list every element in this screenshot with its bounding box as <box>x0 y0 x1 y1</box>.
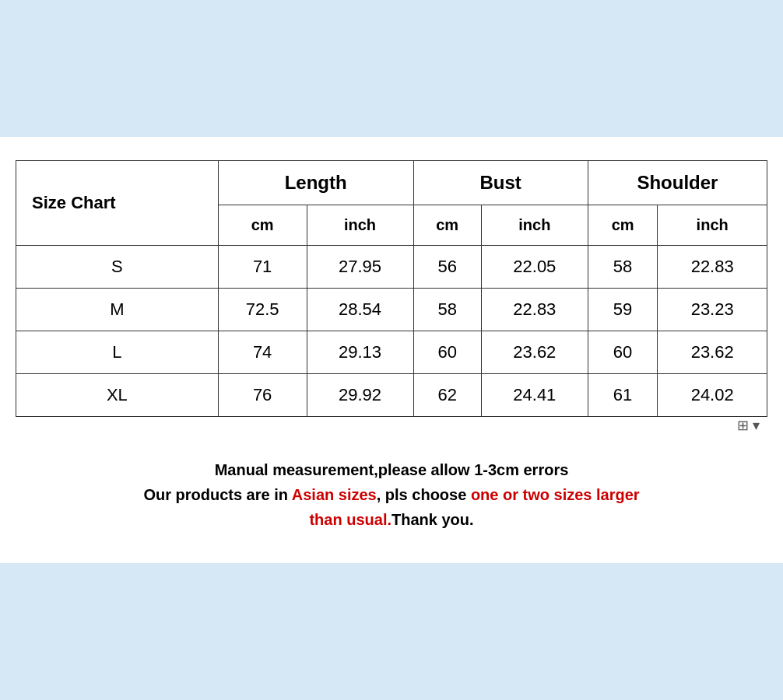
shoulder-cm: 58 <box>588 246 658 289</box>
shoulder-inch: 23.23 <box>658 289 767 331</box>
bust-inch: 23.62 <box>481 331 588 374</box>
length-header: Length <box>218 161 413 205</box>
bust-cm: 62 <box>413 374 481 417</box>
shoulder-cm: 61 <box>588 374 658 417</box>
size-label: L <box>16 331 219 374</box>
length-inch: 28.54 <box>307 289 413 331</box>
length-cm: 71 <box>218 246 307 289</box>
notice-area: Manual measurement,please allow 1-3cm er… <box>16 457 767 532</box>
length-inch: 27.95 <box>307 246 413 289</box>
length-cm-header: cm <box>218 205 307 246</box>
shoulder-cm: 60 <box>588 331 658 374</box>
size-chart-label: Size Chart <box>16 161 219 246</box>
table-row: XL 76 29.92 62 24.41 61 24.02 <box>16 374 767 417</box>
bust-cm: 58 <box>413 289 481 331</box>
bust-cm: 60 <box>413 331 481 374</box>
table-row: S 71 27.95 56 22.05 58 22.83 <box>16 246 767 289</box>
shoulder-header: Shoulder <box>588 161 767 205</box>
bust-cm-header: cm <box>413 205 481 246</box>
table-row: M 72.5 28.54 58 22.83 59 23.23 <box>16 289 767 331</box>
notice-line1: Manual measurement,please allow 1-3cm er… <box>16 457 767 482</box>
size-chart-table: Size Chart Length Bust Shoulder cm inch … <box>16 160 767 417</box>
shoulder-cm-header: cm <box>588 205 658 246</box>
table-row: L 74 29.13 60 23.62 60 23.62 <box>16 331 767 374</box>
size-label: M <box>16 289 219 331</box>
shoulder-inch: 23.62 <box>658 331 767 374</box>
notice-line3: than usual.Thank you. <box>16 507 767 532</box>
length-cm: 72.5 <box>218 289 307 331</box>
shoulder-inch: 22.83 <box>658 246 767 289</box>
main-container: Size Chart Length Bust Shoulder cm inch … <box>0 137 783 563</box>
bust-inch: 22.05 <box>481 246 588 289</box>
bust-cm: 56 <box>413 246 481 289</box>
bust-inch-header: inch <box>481 205 588 246</box>
bust-inch: 22.83 <box>481 289 588 331</box>
length-cm: 76 <box>218 374 307 417</box>
length-inch: 29.13 <box>307 331 413 374</box>
length-cm: 74 <box>218 331 307 374</box>
notice-line2: Our products are in Asian sizes, pls cho… <box>16 482 767 507</box>
length-inch-header: inch <box>307 205 413 246</box>
bust-inch: 24.41 <box>481 374 588 417</box>
size-label: XL <box>16 374 219 417</box>
length-inch: 29.92 <box>307 374 413 417</box>
shoulder-inch: 24.02 <box>658 374 767 417</box>
size-label: S <box>16 246 219 289</box>
shoulder-cm: 59 <box>588 289 658 331</box>
shoulder-inch-header: inch <box>658 205 767 246</box>
bust-header: Bust <box>413 161 588 205</box>
table-format-icon[interactable]: ⊞ ▾ <box>737 418 760 433</box>
table-icon-row: ⊞ ▾ <box>16 417 767 434</box>
